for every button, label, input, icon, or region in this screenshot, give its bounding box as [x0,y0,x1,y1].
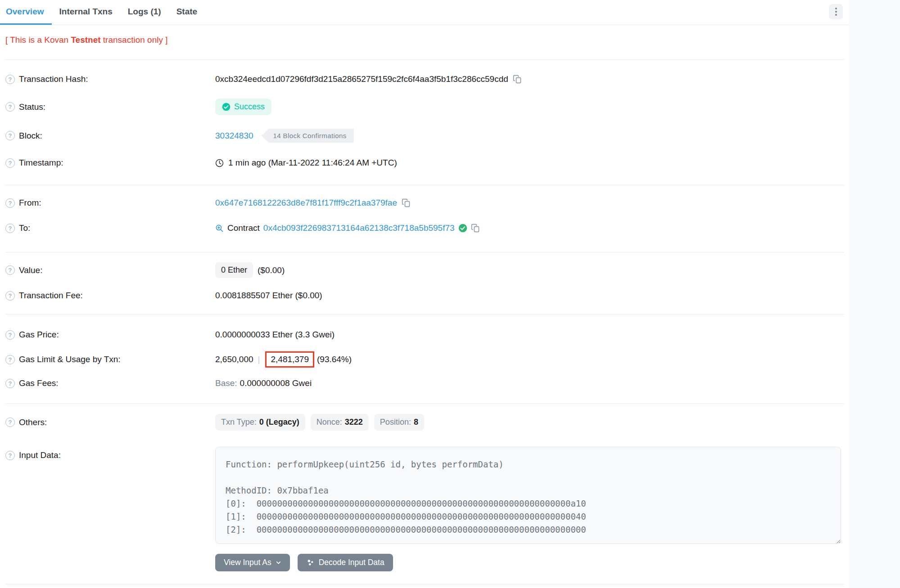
chevron-down-icon [276,560,281,566]
from-address-link[interactable]: 0x647e7168122263d8e7f81f17fff9c2f1aa379f… [215,198,397,208]
help-icon[interactable]: ? [5,417,15,427]
copy-icon[interactable] [402,198,411,207]
transaction-fee-value: 0.0081885507 Ether ($0.00) [215,291,322,301]
block-label: Block: [19,131,42,141]
kebab-icon [835,8,837,9]
nonce-badge: Nonce: 3222 [311,414,369,431]
base-fee-label: Base: [215,378,237,388]
transaction-fee-label: Transaction Fee: [19,291,83,301]
row-from: ? From: 0x647e7168122263d8e7f81f17fff9c2… [0,196,849,210]
gas-used-percent: (93.64%) [317,355,352,364]
tab-state[interactable]: State [169,0,205,25]
gas-used-annotation-box: 2,481,379 [265,351,314,368]
magnifier-plus-icon[interactable] [215,224,224,233]
gas-limit-value: 2,650,000 [215,355,253,364]
ether-value-badge: 0 Ether [215,262,253,278]
verified-contract-icon [458,224,467,233]
transaction-hash-value: 0xcb324eedcd1d07296fdf3d215a2865275f159c… [215,74,508,84]
row-gas-fees: ? Gas Fees: Base: 0.000000008 Gwei [0,377,849,390]
status-label: Status: [19,102,45,112]
row-to: ? To: Contract 0x4cb093f226983713164a621… [0,221,849,235]
more-options-button[interactable] [829,4,843,19]
timestamp-label: Timestamp: [19,158,63,168]
transaction-detail-card: Overview Internal Txns Logs (1) State [ … [0,0,849,588]
check-circle-icon [222,103,231,111]
block-confirmations-badge: 14 Block Confirmations [262,129,354,143]
input-data-textarea[interactable]: Function: performUpkeep(uint256 id, byte… [215,447,841,544]
view-input-as-button[interactable]: View Input As [215,554,290,571]
help-icon[interactable]: ? [5,198,15,208]
gas-price-label: Gas Price: [19,330,59,340]
help-icon[interactable]: ? [5,379,15,388]
help-icon[interactable]: ? [5,330,15,340]
help-icon[interactable]: ? [5,102,15,112]
base-fee-value: 0.000000008 Gwei [240,378,312,388]
transaction-hash-label: Transaction Hash: [19,74,88,84]
copy-icon[interactable] [513,75,522,84]
help-icon[interactable]: ? [5,355,15,364]
help-icon[interactable]: ? [5,291,15,301]
timestamp-value: 1 min ago (Mar-11-2022 11:46:24 AM +UTC) [228,158,397,168]
row-input-data: ? Input Data: Function: performUpkeep(ui… [0,447,849,571]
help-icon[interactable]: ? [5,224,15,233]
to-label: To: [19,223,30,233]
clock-icon [215,159,224,167]
txn-type-badge: Txn Type: 0 (Legacy) [215,414,305,431]
row-others: ? Others: Txn Type: 0 (Legacy) Nonce: 32… [0,414,849,431]
usd-value: ($0.00) [258,265,285,275]
position-badge: Position: 8 [374,414,424,431]
decode-icon [306,558,315,567]
to-address-link[interactable]: 0x4cb093f226983713164a62138c3f718a5b595f… [263,223,455,233]
row-gas-limit-usage: ? Gas Limit & Usage by Txn: 2,650,000 | … [0,351,849,368]
tab-internal-txns[interactable]: Internal Txns [52,0,120,25]
tab-logs[interactable]: Logs (1) [120,0,169,25]
row-value: ? Value: 0 Ether ($0.00) [0,262,849,278]
others-label: Others: [19,417,47,427]
row-gas-price: ? Gas Price: 0.0000000033 Ether (3.3 Gwe… [0,328,849,341]
help-icon[interactable]: ? [5,451,15,460]
divider [5,584,844,584]
input-data-label: Input Data: [19,450,61,460]
gas-price-value: 0.0000000033 Ether (3.3 Gwei) [215,330,335,340]
testnet-notice: [ This is a Kovan Testnet transaction on… [0,25,849,59]
gas-fees-label: Gas Fees: [19,378,59,388]
gas-limit-label: Gas Limit & Usage by Txn: [19,355,121,364]
value-label: Value: [19,265,42,275]
block-number-link[interactable]: 30324830 [215,131,253,141]
to-contract-prefix: Contract [227,223,260,233]
tab-bar: Overview Internal Txns Logs (1) State [0,0,849,25]
help-icon[interactable]: ? [5,131,15,140]
help-icon[interactable]: ? [5,75,15,84]
row-status: ? Status: Success [0,99,849,115]
row-timestamp: ? Timestamp: 1 min ago (Mar-11-2022 11:4… [0,156,849,170]
row-transaction-fee: ? Transaction Fee: 0.0081885507 Ether ($… [0,289,849,302]
separator: | [258,355,260,364]
help-icon[interactable]: ? [5,158,15,168]
gas-used-value: 2,481,379 [271,355,309,364]
from-label: From: [19,198,41,208]
row-transaction-hash: ? Transaction Hash: 0xcb324eedcd1d07296f… [0,72,849,86]
status-badge: Success [215,99,271,115]
decode-input-data-button[interactable]: Decode Input Data [298,554,393,571]
tab-overview[interactable]: Overview [0,0,52,25]
row-block: ? Block: 30324830 14 Block Confirmations [0,129,849,143]
help-icon[interactable]: ? [5,265,15,275]
copy-icon[interactable] [471,224,480,233]
